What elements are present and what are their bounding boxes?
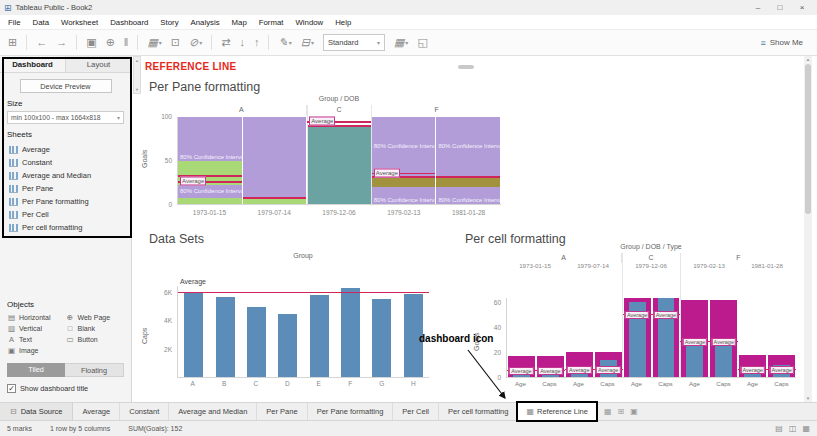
sheet-tab[interactable]: Per cell formatting (439, 403, 518, 420)
object-item-text[interactable]: AText (7, 335, 66, 344)
per-pane-column[interactable]: 80% Confidence Interval (average80% Conf… (436, 117, 501, 204)
new-dashboard-tab-button[interactable]: ⊞ (615, 407, 626, 416)
sheet-list-item[interactable]: Per Pane (0, 182, 131, 195)
save-button[interactable]: ▣ (86, 37, 96, 48)
menu-item-file[interactable]: File (2, 15, 27, 30)
redo-button[interactable]: → (56, 37, 67, 48)
per-cell-column[interactable]: Average (652, 298, 681, 377)
object-item-image[interactable]: ▣Image (7, 346, 66, 355)
menu-item-analysis[interactable]: Analysis (185, 15, 226, 30)
scrollbar-thumb[interactable] (805, 64, 811, 214)
device-preview-button[interactable]: Device Preview (20, 79, 112, 93)
per-pane-column[interactable]: 80% Confidence Interval (averageAverage8… (178, 117, 243, 204)
add-data-button[interactable]: ⊕ (106, 37, 115, 48)
object-item-horizontal[interactable]: ▤Horizontal (7, 313, 66, 322)
data-source-tab[interactable]: ⊟ Data Source (0, 403, 73, 420)
per-cell-column[interactable]: Average (565, 298, 594, 377)
close-button[interactable]: × (791, 0, 813, 15)
tab-dashboard[interactable]: Dashboard (0, 56, 66, 72)
sheet-list-item[interactable]: Average (0, 143, 131, 156)
maximize-button[interactable]: □ (769, 0, 791, 15)
bar-mark[interactable] (341, 288, 360, 377)
new-worksheet-button[interactable]: ▦▾ (147, 37, 161, 48)
per-cell-column[interactable]: Average (738, 298, 767, 377)
sheet-tab[interactable]: Per Pane formatting (308, 403, 394, 420)
sheet-tab[interactable]: Average and Median (169, 403, 257, 420)
sheet-list-item[interactable]: Constant (0, 156, 131, 169)
confidence-interval-label: 80% Confidence Interval (average (438, 143, 500, 149)
per-cell-column[interactable]: Average (709, 298, 738, 377)
bar-mark[interactable] (310, 295, 329, 377)
per-cell-column[interactable]: Average (767, 298, 796, 377)
show-labels-button[interactable]: ⊟▾ (301, 37, 314, 48)
bar-mark[interactable] (372, 299, 391, 377)
per-pane-column[interactable]: Average (307, 117, 372, 204)
bar-mark[interactable] (184, 292, 203, 377)
clear-sheet-button[interactable]: ⊘▾ (189, 37, 202, 48)
show-filmstrip-button[interactable]: ▦ (802, 424, 810, 433)
x-label: F (335, 380, 367, 387)
sheet-list-item[interactable]: Per cell formatting (0, 221, 131, 234)
pause-updates-button[interactable]: ‖ (124, 37, 129, 48)
show-dashboard-title-checkbox[interactable]: ✓ (7, 384, 16, 393)
menu-item-worksheet[interactable]: Worksheet (55, 15, 104, 30)
per-cell-column[interactable]: Average (623, 298, 652, 377)
sort-ascending-button[interactable]: ↓ (239, 37, 245, 48)
menu-item-dashboard[interactable]: Dashboard (104, 15, 154, 30)
sheet-tab[interactable]: Constant (120, 403, 169, 420)
sheet-list-item[interactable]: Per Pane formatting (0, 195, 131, 208)
tableau-logo-icon[interactable]: ⊞ (8, 37, 17, 48)
per-pane-plot[interactable]: 80% Confidence Interval (averageAverage8… (177, 117, 501, 205)
show-tabs-view-button[interactable]: ▤ (775, 424, 783, 433)
bar-mark[interactable] (216, 297, 235, 377)
bar-mark[interactable] (278, 314, 297, 377)
per-cell-column[interactable]: Average (536, 298, 565, 377)
sort-descending-button[interactable]: ↑ (254, 37, 260, 48)
per-pane-column[interactable]: 80% Confidence Interval (averageAverage8… (372, 117, 437, 204)
bar-mark[interactable] (247, 307, 266, 377)
sheet-list-item[interactable]: Per Cell (0, 208, 131, 221)
tiled-button[interactable]: Tiled (7, 363, 65, 377)
menu-item-window[interactable]: Window (289, 15, 329, 30)
vertical-scrollbar[interactable]: ▲ ▼ (804, 56, 812, 402)
sheet-tab[interactable]: Per Cell (393, 403, 439, 420)
canvas-left-scrollbar[interactable]: ▲ ▼ (133, 56, 141, 94)
swap-axes-button[interactable]: ⇄ (221, 37, 230, 48)
show-me-button[interactable]: ≡Show Me (754, 36, 809, 50)
per-cell-column[interactable]: Average (507, 298, 536, 377)
menu-item-format[interactable]: Format (253, 15, 290, 30)
sheet-tab[interactable]: Average (73, 403, 120, 420)
sheet-list-item[interactable]: Average and Median (0, 169, 131, 182)
duplicate-button[interactable]: ⊡ (171, 37, 180, 48)
show-sheet-sorter-button[interactable]: ◫ (789, 424, 797, 433)
show-hide-cards-button[interactable]: ▦▾ (394, 37, 408, 48)
per-cell-plot[interactable]: AverageAverageAverageAverageAverageAvera… (506, 298, 796, 378)
presentation-mode-button[interactable]: ◱ (417, 37, 427, 48)
zone-drag-handle[interactable] (458, 65, 474, 69)
menu-item-map[interactable]: Map (226, 15, 253, 30)
object-item-web-page[interactable]: ⊕Web Page (66, 313, 125, 322)
menu-item-help[interactable]: Help (329, 15, 357, 30)
tab-layout[interactable]: Layout (66, 56, 131, 72)
sheet-tab-reference-line[interactable]: ▦ Reference Line (518, 403, 595, 420)
size-dropdown[interactable]: min 100x100 - max 1664x818 ▾ (7, 111, 124, 124)
minimize-button[interactable]: – (747, 0, 769, 15)
per-cell-column[interactable]: Average (594, 298, 623, 377)
new-worksheet-tab-button[interactable]: ▦ (602, 407, 614, 416)
sheet-tab[interactable]: Per Pane (257, 403, 307, 420)
highlight-button[interactable]: ✎▾ (278, 37, 291, 48)
object-item-blank[interactable]: □Blank (66, 324, 125, 333)
undo-button[interactable]: ← (36, 37, 47, 48)
object-item-button[interactable]: ▭Button (66, 335, 125, 344)
dashboard-canvas[interactable]: ▲ ▼ REFERENCE LINE Per Pane formatting G… (133, 56, 812, 402)
object-item-vertical[interactable]: ▥Vertical (7, 324, 66, 333)
menu-item-data[interactable]: Data (27, 15, 55, 30)
show-dashboard-title-row[interactable]: ✓ Show dashboard title (7, 384, 124, 393)
data-sets-plot[interactable] (177, 286, 429, 378)
floating-button[interactable]: Floating (65, 363, 124, 377)
per-pane-column[interactable] (243, 117, 308, 204)
fit-selector[interactable]: Standard▾ (323, 34, 385, 51)
new-story-tab-button[interactable]: ▣ (628, 407, 640, 416)
per-cell-column[interactable]: Average (680, 298, 709, 377)
menu-item-story[interactable]: Story (154, 15, 184, 30)
